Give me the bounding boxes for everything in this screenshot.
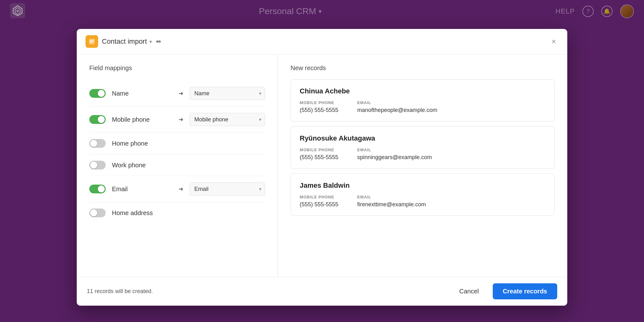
toggle-home-address-thumb bbox=[90, 209, 97, 216]
modal: Contact import ▾ ⬌ × Field mappings bbox=[77, 29, 567, 306]
record-mobile-value-0: (555) 555-5555 bbox=[300, 107, 338, 114]
record-email-value-1: spinninggears@example.com bbox=[357, 154, 432, 161]
field-select-email[interactable]: Email bbox=[190, 182, 265, 196]
record-email-group-0: EMAIL manofthepeople@example.com bbox=[357, 100, 437, 114]
right-panel: New records Chinua Achebe MOBILE PHONE (… bbox=[278, 54, 567, 277]
arrow-icon-mobile: ➜ bbox=[179, 116, 183, 123]
record-name-2: James Baldwin bbox=[300, 181, 546, 190]
modal-overlay: Contact import ▾ ⬌ × Field mappings bbox=[0, 0, 644, 322]
toggle-mobile[interactable] bbox=[89, 115, 106, 124]
record-fields-1: MOBILE PHONE (555) 555-5555 EMAIL spinni… bbox=[300, 147, 546, 161]
create-records-button[interactable]: Create records bbox=[493, 283, 557, 299]
modal-header-left: Contact import ▾ ⬌ bbox=[86, 35, 161, 48]
record-card-1: Ryūnosuke Akutagawa MOBILE PHONE (555) 5… bbox=[291, 126, 555, 169]
modal-title[interactable]: Contact import ▾ bbox=[102, 37, 152, 46]
field-label-work-phone: Work phone bbox=[112, 162, 265, 169]
left-panel: Field mappings Name ➜ Name ▾ bbox=[77, 54, 278, 277]
arrow-icon-email: ➜ bbox=[179, 186, 183, 192]
record-card-2: James Baldwin MOBILE PHONE (555) 555-555… bbox=[291, 174, 555, 216]
toggle-home-address[interactable] bbox=[89, 208, 106, 217]
field-row-home-phone: Home phone bbox=[89, 133, 265, 154]
field-select-name[interactable]: Name bbox=[190, 87, 265, 100]
new-records-title: New records bbox=[291, 64, 555, 72]
field-row-email: Email ➜ Email ▾ bbox=[89, 176, 265, 202]
right-panel-content: New records Chinua Achebe MOBILE PHONE (… bbox=[278, 54, 567, 277]
close-button[interactable]: × bbox=[549, 36, 558, 47]
record-card-0: Chinua Achebe MOBILE PHONE (555) 555-555… bbox=[291, 79, 555, 121]
record-name-1: Ryūnosuke Akutagawa bbox=[300, 134, 546, 142]
toggle-name-thumb bbox=[98, 90, 105, 97]
toggle-mobile-thumb bbox=[98, 116, 105, 123]
field-label-home-address: Home address bbox=[112, 209, 265, 217]
field-select-mobile[interactable]: Mobile phone bbox=[190, 113, 265, 126]
record-email-group-1: EMAIL spinninggears@example.com bbox=[357, 147, 432, 161]
record-mobile-label-2: MOBILE PHONE bbox=[300, 195, 338, 199]
field-mappings-title: Field mappings bbox=[89, 64, 265, 72]
field-row-name: Name ➜ Name ▾ bbox=[89, 80, 265, 107]
modal-body: Field mappings Name ➜ Name ▾ bbox=[77, 54, 567, 277]
record-email-group-2: EMAIL firenexttime@example.com bbox=[357, 195, 426, 208]
svg-rect-2 bbox=[90, 40, 94, 41]
export-icon[interactable]: ⬌ bbox=[156, 37, 161, 46]
field-label-email: Email bbox=[112, 186, 172, 193]
record-mobile-label-0: MOBILE PHONE bbox=[300, 100, 338, 105]
left-panel-content: Field mappings Name ➜ Name ▾ bbox=[77, 54, 278, 277]
modal-icon bbox=[86, 35, 98, 48]
arrow-icon-name: ➜ bbox=[179, 90, 183, 97]
footer-actions: Cancel Create records bbox=[451, 283, 557, 299]
modal-header: Contact import ▾ ⬌ × bbox=[77, 29, 567, 54]
cancel-button[interactable]: Cancel bbox=[451, 283, 488, 299]
toggle-home-phone-thumb bbox=[90, 140, 97, 147]
select-wrapper-name: Name ▾ bbox=[190, 87, 265, 100]
record-fields-0: MOBILE PHONE (555) 555-5555 EMAIL manoft… bbox=[300, 100, 546, 114]
svg-rect-4 bbox=[90, 42, 93, 43]
toggle-name[interactable] bbox=[89, 89, 106, 98]
record-email-label-1: EMAIL bbox=[357, 147, 432, 152]
record-email-value-2: firenexttime@example.com bbox=[357, 201, 426, 208]
field-row-home-address: Home address bbox=[89, 202, 265, 224]
record-mobile-value-1: (555) 555-5555 bbox=[300, 154, 338, 161]
record-mobile-group-0: MOBILE PHONE (555) 555-5555 bbox=[300, 100, 338, 114]
modal-footer: 11 records will be created. Cancel Creat… bbox=[77, 277, 567, 306]
field-label-home-phone: Home phone bbox=[112, 140, 265, 147]
toggle-home-phone[interactable] bbox=[89, 139, 106, 148]
record-email-label-0: EMAIL bbox=[357, 100, 437, 105]
record-mobile-value-2: (555) 555-5555 bbox=[300, 201, 338, 208]
field-row-work-phone: Work phone bbox=[89, 154, 265, 176]
field-row-mobile: Mobile phone ➜ Mobile phone ▾ bbox=[89, 107, 265, 133]
select-wrapper-mobile: Mobile phone ▾ bbox=[190, 113, 265, 126]
footer-info: 11 records will be created. bbox=[87, 288, 153, 295]
record-mobile-group-2: MOBILE PHONE (555) 555-5555 bbox=[300, 195, 338, 208]
modal-title-caret[interactable]: ▾ bbox=[149, 39, 152, 45]
record-mobile-group-1: MOBILE PHONE (555) 555-5555 bbox=[300, 147, 338, 161]
record-name-0: Chinua Achebe bbox=[300, 87, 546, 95]
record-email-value-0: manofthepeople@example.com bbox=[357, 107, 437, 114]
record-mobile-label-1: MOBILE PHONE bbox=[300, 147, 338, 152]
svg-rect-3 bbox=[90, 41, 94, 42]
toggle-work-phone[interactable] bbox=[89, 161, 106, 169]
record-email-label-2: EMAIL bbox=[357, 195, 426, 199]
toggle-email-thumb bbox=[98, 186, 105, 192]
field-label-mobile: Mobile phone bbox=[112, 116, 172, 123]
select-wrapper-email: Email ▾ bbox=[190, 182, 265, 196]
field-label-name: Name bbox=[112, 90, 172, 97]
toggle-email[interactable] bbox=[89, 185, 106, 193]
toggle-work-phone-thumb bbox=[90, 162, 97, 169]
record-fields-2: MOBILE PHONE (555) 555-5555 EMAIL firene… bbox=[300, 195, 546, 208]
